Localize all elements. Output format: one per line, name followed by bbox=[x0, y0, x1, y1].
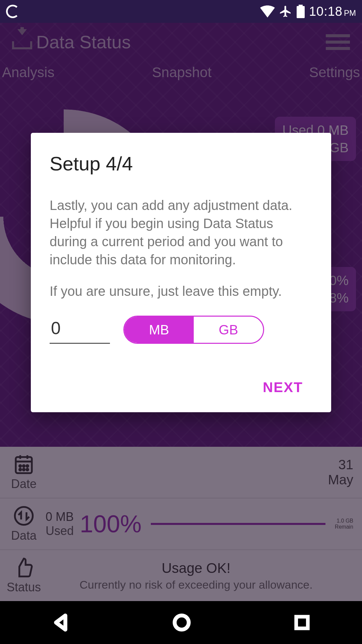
dialog-paragraph-1: Lastly, you can add any adjustment data.… bbox=[50, 196, 312, 269]
status-bar: 10:18PM bbox=[0, 0, 362, 23]
nav-back-icon[interactable] bbox=[51, 613, 70, 632]
airplane-mode-icon bbox=[279, 5, 292, 18]
nav-home-icon[interactable] bbox=[172, 613, 191, 632]
unit-segmented-control: MB GB bbox=[123, 316, 264, 344]
app-content: Data Status Analysis Snapshot Settings U… bbox=[0, 23, 362, 601]
svg-point-8 bbox=[175, 615, 189, 630]
dialog-actions: NEXT bbox=[50, 374, 312, 401]
adjustment-input[interactable] bbox=[50, 316, 110, 344]
android-navbar bbox=[0, 601, 362, 644]
next-button[interactable]: NEXT bbox=[253, 374, 312, 401]
nav-recent-icon[interactable] bbox=[293, 614, 311, 631]
status-time: 10:18PM bbox=[309, 4, 356, 19]
unit-gb-button[interactable]: GB bbox=[194, 317, 263, 343]
svg-rect-9 bbox=[296, 617, 308, 629]
battery-icon bbox=[296, 5, 305, 18]
setup-dialog: Setup 4/4 Lastly, you can add any adjust… bbox=[31, 133, 331, 412]
wifi-icon bbox=[260, 5, 275, 18]
dialog-title: Setup 4/4 bbox=[50, 152, 312, 175]
dialog-body: Lastly, you can add any adjustment data.… bbox=[50, 196, 312, 300]
dialog-input-row: MB GB bbox=[50, 316, 312, 344]
unit-mb-button[interactable]: MB bbox=[124, 317, 194, 343]
dialog-paragraph-2: If you are unsure, just leave this empty… bbox=[50, 282, 312, 300]
loading-spinner-icon bbox=[6, 5, 19, 18]
